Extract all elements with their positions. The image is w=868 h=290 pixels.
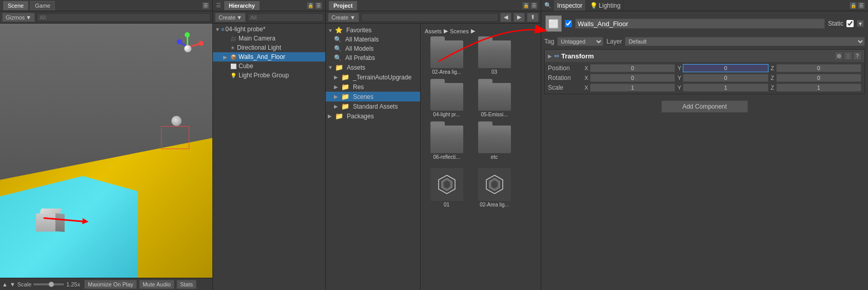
asset-item[interactable]: 04-light pr... bbox=[425, 81, 468, 119]
inspector-lock-icon[interactable]: 🔒 bbox=[850, 2, 857, 9]
scale-slider[interactable] bbox=[33, 283, 64, 285]
asset-item[interactable]: 02-Area lig... bbox=[425, 38, 468, 77]
project-tree-item[interactable]: ▶📁Res bbox=[326, 82, 420, 92]
static-checkbox[interactable] bbox=[846, 20, 854, 27]
scene-panel-icons: ☰ bbox=[202, 2, 209, 9]
tab-project[interactable]: Project bbox=[329, 1, 357, 10]
scale-z-label: Z bbox=[770, 85, 776, 91]
hierarchy-list-item[interactable]: ☀Directional Light bbox=[213, 43, 325, 52]
tag-label: Tag bbox=[544, 38, 554, 45]
hierarchy-list-item[interactable]: 💡Light Probe Group bbox=[213, 71, 325, 80]
hierarchy-scene-root[interactable]: ▼ ≡ 04-light probe* bbox=[213, 25, 325, 34]
gizmo-widget[interactable] bbox=[169, 31, 205, 67]
transform-settings-button[interactable]: ⚙ bbox=[835, 52, 843, 60]
breadcrumb-assets[interactable]: Assets bbox=[425, 28, 442, 34]
project-nav-up[interactable]: ⬆ bbox=[527, 13, 539, 22]
rotation-y-input[interactable] bbox=[683, 74, 768, 82]
position-z-input[interactable] bbox=[776, 64, 861, 72]
hierarchy-lock-icon[interactable]: 🔒 bbox=[307, 2, 314, 9]
static-dropdown-button[interactable]: ▼ bbox=[857, 20, 864, 27]
project-tree-item[interactable]: 🔍All Materials bbox=[326, 35, 420, 44]
project-search-input[interactable] bbox=[361, 13, 498, 22]
hierarchy-menu-icon[interactable]: ☰ bbox=[315, 2, 322, 9]
position-x-input[interactable] bbox=[590, 64, 675, 72]
project-tree-item-label: All Prefabs bbox=[345, 54, 375, 61]
project-nav-back[interactable]: ◀ bbox=[500, 13, 511, 22]
scale-y-field: Y bbox=[676, 84, 768, 92]
breadcrumb-scenes[interactable]: Scenes bbox=[450, 28, 469, 34]
layer-label: Layer bbox=[606, 38, 622, 45]
maximize-on-play-button[interactable]: Maximize On Play bbox=[84, 280, 137, 289]
add-component-button[interactable]: Add Component bbox=[661, 100, 748, 113]
project-tree-item[interactable]: ▼📁Assets bbox=[326, 63, 420, 72]
tag-select[interactable]: Untagged bbox=[557, 37, 603, 46]
tab-inspector[interactable]: Inspector bbox=[554, 0, 586, 11]
scale-row: Scale X Y Z bbox=[548, 84, 861, 92]
project-lock-icon[interactable]: 🔒 bbox=[522, 2, 529, 9]
hierarchy-list-item[interactable]: ▶📦Walls_And_Floor bbox=[213, 52, 325, 61]
asset-item[interactable]: 06-reflecti... bbox=[425, 123, 468, 162]
transform-component-header[interactable]: ▶ ⇔ Transform ⚙ ⋮ ? bbox=[545, 50, 864, 62]
transform-help-button[interactable]: ? bbox=[853, 52, 861, 60]
tab-lighting[interactable]: 💡 Lighting bbox=[587, 0, 624, 11]
hierarchy-item-arrow[interactable]: ▶ bbox=[223, 54, 228, 60]
project-tree-item[interactable]: ▶📁Packages bbox=[326, 111, 420, 121]
asset-folder-icon bbox=[478, 126, 511, 153]
scale-z-field: Z bbox=[770, 84, 861, 92]
project-tree-item[interactable]: ▶📁_TerrainAutoUpgrade bbox=[326, 72, 420, 82]
hierarchy-list-item[interactable]: 🎥Main Camera bbox=[213, 34, 325, 43]
add-component-section: Add Component bbox=[544, 96, 865, 117]
project-tree-item[interactable]: 🔍All Prefabs bbox=[326, 53, 420, 63]
project-tree-item[interactable]: ▼⭐Favorites bbox=[326, 26, 420, 35]
position-y-label: Y bbox=[676, 65, 682, 71]
scale-down-icon[interactable]: ▼ bbox=[10, 281, 15, 287]
scale-y-input[interactable] bbox=[683, 84, 768, 92]
project-menu-icon[interactable]: ☰ bbox=[530, 2, 538, 9]
asset-item[interactable]: etc bbox=[472, 123, 516, 162]
scene-panel-menu-icon[interactable]: ☰ bbox=[202, 2, 209, 9]
rotation-x-input[interactable] bbox=[590, 74, 675, 82]
scale-z-input[interactable] bbox=[776, 84, 861, 92]
hierarchy-create-button[interactable]: Create ▼ bbox=[215, 13, 246, 22]
gizmos-dropdown-icon: ▼ bbox=[26, 14, 31, 20]
tab-game[interactable]: Game bbox=[30, 1, 55, 10]
asset-label: 02-Area lig... bbox=[480, 202, 509, 208]
tab-hierarchy[interactable]: Hierarchy bbox=[224, 1, 260, 10]
inspector-menu-icon[interactable]: ☰ bbox=[858, 2, 865, 9]
scene-search-input[interactable] bbox=[37, 13, 210, 22]
object-icon: ⬜ bbox=[545, 15, 562, 32]
project-nav-fwd[interactable]: ▶ bbox=[514, 13, 525, 22]
transform-fields: Position X Y Z bbox=[545, 62, 864, 94]
layer-select[interactable]: Default bbox=[625, 37, 865, 46]
asset-item[interactable]: 03 bbox=[472, 38, 516, 77]
mute-audio-button[interactable]: Mute Audio bbox=[139, 280, 174, 289]
scene-root-arrow[interactable]: ▼ bbox=[215, 27, 220, 32]
floor-cyan bbox=[0, 176, 138, 278]
asset-item[interactable]: 05-Emissi... bbox=[472, 81, 516, 119]
project-create-button[interactable]: Create ▼ bbox=[328, 13, 359, 22]
search-icon: 🔍 bbox=[334, 36, 342, 43]
transform-menu-button[interactable]: ⋮ bbox=[844, 52, 852, 60]
inspector-content: ⬜ Static ▼ Tag Untagged Layer Default bbox=[541, 11, 868, 290]
rotation-z-input[interactable] bbox=[776, 74, 861, 82]
project-tree-item[interactable]: ▶📁Scenes bbox=[326, 92, 420, 101]
gizmos-label: Gizmos bbox=[6, 14, 25, 20]
position-y-input[interactable] bbox=[683, 64, 768, 72]
tab-scene[interactable]: Scene bbox=[3, 1, 28, 10]
asset-item[interactable]: 01 bbox=[425, 166, 468, 210]
asset-item[interactable]: 02-Area lig... bbox=[472, 166, 516, 210]
scene-canvas[interactable] bbox=[0, 24, 212, 278]
gizmos-button[interactable]: Gizmos ▼ bbox=[2, 13, 35, 22]
project-tree-item[interactable]: ▶📁Standard Assets bbox=[326, 101, 420, 111]
object-active-checkbox[interactable] bbox=[565, 20, 572, 27]
project-tree-item[interactable]: 🔍All Models bbox=[326, 44, 420, 53]
rotation-z-label: Z bbox=[770, 75, 776, 81]
hierarchy-search-input[interactable] bbox=[248, 13, 324, 22]
scale-x-input[interactable] bbox=[590, 84, 675, 92]
hierarchy-list-item[interactable]: ⬜Cube bbox=[213, 61, 325, 71]
project-create-dropdown-icon: ▼ bbox=[350, 14, 356, 20]
object-name-field[interactable] bbox=[575, 18, 825, 29]
asset-unity-icon bbox=[430, 168, 463, 201]
scale-up-icon[interactable]: ▲ bbox=[2, 281, 8, 287]
stats-button[interactable]: Stats bbox=[176, 280, 196, 289]
